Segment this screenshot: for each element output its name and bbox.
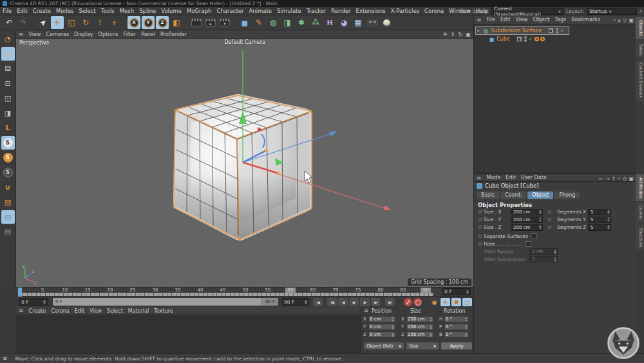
material-menu-item[interactable]: Create (26, 308, 49, 314)
panel-tab[interactable]: Takes (636, 41, 644, 59)
magnet-icon[interactable]: ∪ (1, 181, 15, 194)
spinner-icon[interactable] (430, 333, 432, 337)
spinner-icon[interactable] (466, 289, 469, 294)
viewport-menu-item[interactable]: Cameras (44, 32, 72, 37)
record-rotation-button[interactable]: ○ (462, 298, 472, 306)
menu-item[interactable]: X-Particles (388, 8, 422, 14)
am-up-icon[interactable]: ↑ (612, 176, 616, 182)
menu-item[interactable]: MoGraph (184, 8, 214, 14)
material-menu-item[interactable]: Select (104, 308, 126, 314)
am-lock-icon[interactable]: ⊙ (623, 176, 627, 182)
render-view-icon[interactable] (190, 16, 203, 29)
am-back-icon[interactable]: ← (599, 176, 603, 182)
menu-item[interactable]: Tracker (304, 8, 329, 14)
frame-range-slider[interactable]: 0 F 90 F (53, 298, 278, 306)
tag-icons[interactable] (535, 37, 545, 41)
end-frame-field[interactable]: 90 F (282, 298, 309, 306)
enabled-check-icon[interactable]: ✓ (560, 28, 565, 34)
size-field[interactable]: 200 cm (406, 316, 433, 322)
menu-item[interactable]: Modes (53, 8, 77, 14)
object-row[interactable]: ◼ Cube ✓ (482, 35, 549, 43)
lock-x-axis-icon[interactable]: X (128, 16, 140, 29)
primitive-cube-icon[interactable]: ◼ (238, 16, 251, 29)
hamburger-icon[interactable]: ≡ (474, 175, 484, 181)
viewport-menu-item[interactable]: View (26, 32, 44, 37)
size-mode-dropdown[interactable]: Size ▼ (406, 342, 439, 349)
snap-modes-icon[interactable]: S (1, 151, 15, 164)
menu-item[interactable]: Render (328, 8, 353, 14)
keyframe-dot-icon[interactable] (478, 226, 482, 229)
visibility-dots[interactable] (524, 36, 527, 42)
om-filter-icon[interactable]: ▽ (623, 17, 627, 23)
record-keyframe-button[interactable] (404, 298, 412, 306)
spinner-icon[interactable] (539, 217, 542, 222)
object-manager-menu-item[interactable]: File (484, 17, 498, 23)
om-panel-icon[interactable]: ▣ (629, 17, 634, 23)
spinner-icon[interactable] (430, 325, 432, 329)
spinner-icon[interactable] (539, 225, 542, 230)
material-menu-item[interactable]: Corona (48, 308, 71, 314)
viewport-zoom-icon[interactable]: ⇕ (449, 32, 457, 37)
move-tool-icon[interactable]: ✛ (51, 16, 64, 29)
scale-tool-icon[interactable]: ◱ (65, 16, 78, 29)
spinner-icon[interactable] (392, 317, 394, 322)
make-editable-icon[interactable]: ◔ (1, 32, 15, 46)
enabled-check-icon[interactable]: ✓ (529, 36, 533, 42)
segments-input[interactable]: 5 (588, 217, 611, 223)
menu-item[interactable]: Spline (137, 8, 158, 14)
object-manager-menu-item[interactable]: Tags (552, 17, 569, 23)
enable-toggle[interactable] (548, 28, 554, 34)
position-field[interactable]: 0 cm (368, 324, 395, 330)
hamburger-icon[interactable]: ≡ (16, 308, 26, 314)
spinner-icon[interactable] (430, 317, 432, 322)
locked-workplane-icon[interactable]: ▤ (1, 210, 15, 224)
prev-key-button[interactable]: |◀ (327, 298, 337, 306)
polygon-mode-icon[interactable]: ◨ (1, 106, 15, 120)
quantize-icon[interactable]: S (1, 166, 15, 179)
om-home-icon[interactable]: ⌂ (618, 17, 621, 23)
keyframe-dot-icon[interactable] (478, 235, 482, 238)
keyframe-button[interactable]: ◉ (430, 298, 439, 306)
mograph-cloner-icon[interactable]: ⁂ (309, 16, 322, 29)
record-position-button[interactable]: ✛ (440, 298, 450, 306)
current-frame-field[interactable]: 0 F (19, 298, 48, 306)
size-input[interactable]: 200 cm (511, 217, 543, 223)
spinner-icon[interactable] (465, 317, 468, 322)
current-frame-indicator[interactable] (18, 288, 22, 297)
lock-z-axis-icon[interactable]: Z (156, 16, 169, 29)
attribute-tab[interactable]: Object (527, 191, 553, 199)
menu-item[interactable]: Tools (99, 8, 117, 14)
menu-item[interactable]: Edit (14, 8, 30, 14)
attribute-menu-item[interactable]: User Data (518, 175, 549, 181)
viewport-menu-item[interactable]: Display (71, 32, 96, 37)
keyframe-dot-icon[interactable] (548, 226, 551, 229)
coord-mode-dropdown[interactable]: Object (Rel) ▼ (364, 342, 404, 349)
search-icon[interactable]: ⌕ (639, 8, 643, 15)
om-search-icon[interactable]: ⌕ (613, 17, 616, 23)
menu-item[interactable]: Simulate (274, 8, 304, 14)
enable-toggle[interactable] (516, 36, 522, 42)
next-frame-button[interactable]: ▶ (360, 298, 370, 306)
viewport-menu-item[interactable]: Panel (138, 32, 158, 37)
panel-tab[interactable]: Content Browser (636, 59, 644, 101)
volume-icon[interactable]: ◕ (337, 16, 350, 29)
object-manager-list[interactable]: ▾ ◍ Subdivision Surface ✓ ◼ Cube (474, 25, 636, 173)
menu-item[interactable]: Character (214, 8, 247, 14)
rotation-field[interactable]: 0 ° (444, 331, 469, 338)
attribute-tab[interactable]: Coord. (500, 191, 526, 199)
checkbox[interactable] (526, 241, 531, 247)
size-field[interactable]: 200 cm (406, 331, 433, 338)
viewport-canvas[interactable]: Perspective Default Camera Grid Spacing … (16, 39, 473, 287)
attribute-tab[interactable]: Phong (554, 191, 580, 199)
object-manager-menu-item[interactable]: Edit (498, 17, 513, 23)
position-field[interactable]: 0 cm (368, 316, 395, 322)
simulate-icon[interactable]: ▦ (352, 16, 365, 29)
attribute-menu-item[interactable]: Edit (503, 175, 518, 181)
hamburger-icon[interactable]: ≡ (0, 355, 10, 362)
am-new-icon[interactable]: ▣ (629, 176, 634, 182)
segments-input[interactable]: 5 (588, 209, 611, 215)
material-menu-item[interactable]: Edit (72, 308, 88, 314)
viewport-menu-item[interactable]: Options (96, 32, 121, 37)
field-icon[interactable]: ✱ (295, 16, 308, 29)
spinner-icon[interactable] (539, 210, 542, 214)
